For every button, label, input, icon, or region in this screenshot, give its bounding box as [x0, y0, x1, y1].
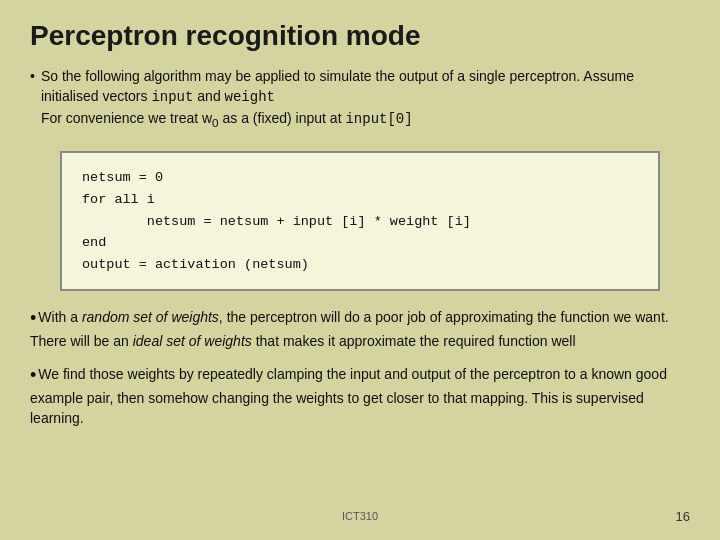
code-block: netsum = 0 for all i netsum = netsum + i… — [60, 151, 660, 291]
page-number: 16 — [676, 509, 690, 524]
bullet-1: • So the following algorithm may be appl… — [30, 66, 690, 131]
bullet-1-mid1: and — [193, 88, 224, 104]
code-line-3: netsum = netsum + input [i] * weight [i] — [82, 211, 638, 233]
bullet-1-code1: input — [151, 89, 193, 105]
bullet-symbol-2: • — [30, 308, 36, 328]
bullet-1-mid3: as a (fixed) input at — [219, 110, 346, 126]
slide-title: Perceptron recognition mode — [30, 20, 690, 52]
bullet-1-prefix: So the following algorithm may be applie… — [41, 68, 634, 104]
bullet-2-part1: With a — [38, 309, 82, 325]
footer: ICT310 16 — [30, 510, 690, 524]
bullet-1-text: So the following algorithm may be applie… — [41, 66, 690, 131]
bullet-2-part3: that makes it approximate the required f… — [252, 333, 576, 349]
slide: Perceptron recognition mode • So the fol… — [0, 0, 720, 540]
bullet-symbol-1: • — [30, 66, 35, 86]
footer-course: ICT310 — [342, 510, 378, 522]
bullet-2: •With a random set of weights, the perce… — [30, 305, 690, 351]
code-line-2: for all i — [82, 189, 638, 211]
code-line-5: output = activation (netsum) — [82, 254, 638, 276]
bullet-2-italic2: ideal set of weights — [133, 333, 252, 349]
bullet-symbol-3: • — [30, 365, 36, 385]
bullet-2-italic1: random set of weights — [82, 309, 219, 325]
bullet-3: •We find those weights by repeatedly cla… — [30, 362, 690, 429]
bullet-1-code3: input[0] — [345, 111, 412, 127]
bullet-3-text: We find those weights by repeatedly clam… — [30, 365, 667, 426]
bullet-1-code2: weight — [225, 89, 275, 105]
code-line-1: netsum = 0 — [82, 167, 638, 189]
code-line-4: end — [82, 232, 638, 254]
bullet-1-mid2: For convenience we treat w — [41, 110, 212, 126]
